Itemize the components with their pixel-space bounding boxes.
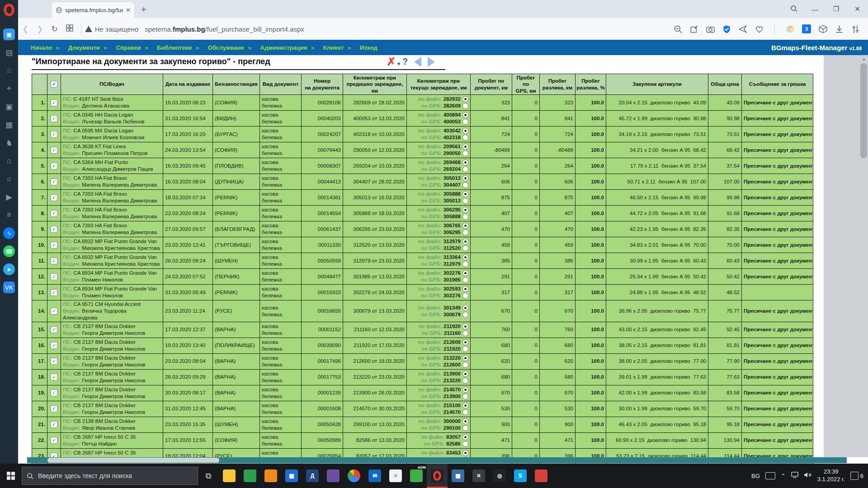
radio-unselected[interactable] — [462, 245, 468, 251]
radio-unselected[interactable] — [462, 150, 468, 156]
reload-icon[interactable]: ↻ — [52, 24, 58, 34]
next-page-icon[interactable] — [428, 57, 435, 67]
menu-item-2[interactable]: Документи — [64, 44, 104, 51]
row-checkbox[interactable]: ✓ — [51, 258, 57, 264]
row-checkbox[interactable]: ✓ — [51, 308, 57, 314]
select-all-checkbox[interactable]: ✓ — [51, 81, 57, 88]
pin-edit-icon[interactable] — [689, 24, 698, 33]
radio-selected[interactable] — [462, 144, 468, 150]
row-checkbox[interactable]: ✓ — [51, 147, 57, 154]
radio-selected[interactable] — [462, 403, 468, 408]
whatsapp-icon[interactable]: ☎ — [3, 245, 15, 257]
horizontal-scroll-thumb[interactable] — [47, 458, 219, 463]
menu-item-4[interactable]: Библиотеки — [152, 44, 196, 51]
radio-unselected[interactable] — [462, 135, 468, 141]
vertical-scroll-thumb[interactable] — [860, 63, 867, 158]
file-explorer-icon[interactable] — [219, 464, 240, 488]
row-checkbox[interactable]: ✓ — [51, 405, 57, 412]
radio-unselected[interactable] — [462, 103, 468, 109]
home-icon[interactable]: ⌂ — [3, 155, 15, 167]
radio-selected[interactable] — [462, 305, 468, 311]
workspace-icon[interactable]: ▣ — [3, 28, 15, 40]
shield-check-icon[interactable] — [722, 24, 731, 33]
browser-tab[interactable]: spetema.fmplus.bg/fuel_pu ✕ — [52, 2, 134, 18]
chess-icon[interactable]: ♞ — [3, 137, 15, 149]
menu-item-5[interactable]: Обслужване — [203, 44, 249, 51]
messenger-icon[interactable]: ϟ — [3, 227, 15, 239]
row-checkbox[interactable]: ✓ — [51, 242, 57, 249]
radio-selected[interactable] — [462, 96, 468, 102]
radio-selected[interactable] — [462, 112, 468, 118]
radio-unselected[interactable] — [462, 277, 468, 283]
radio-unselected[interactable] — [462, 425, 468, 431]
bookmarks-star-icon[interactable]: ☆ — [3, 65, 15, 76]
radio-unselected[interactable] — [462, 230, 468, 235]
notepad-icon[interactable]: ≡ — [385, 464, 406, 488]
row-checkbox[interactable]: ✓ — [51, 131, 57, 138]
radio-selected[interactable] — [462, 175, 468, 181]
row-checkbox[interactable]: ✓ — [51, 115, 57, 122]
url-text[interactable]: spetema.fmplus.bg/fuel_purchase_bill_imp… — [145, 25, 304, 33]
radio-unselected[interactable] — [462, 119, 468, 125]
radio-unselected[interactable] — [462, 330, 468, 336]
radio-selected[interactable] — [462, 223, 468, 229]
window-search-icon[interactable] — [783, 5, 804, 14]
scroll-up-arrow-icon[interactable]: ▲ — [862, 56, 866, 61]
task-view-button[interactable]: ⧉ — [198, 471, 219, 481]
taskbar-search-box[interactable]: Введите здесь текст для поиска — [22, 467, 198, 485]
row-checkbox[interactable]: ✓ — [51, 210, 57, 217]
radio-selected[interactable] — [462, 371, 468, 377]
radio-selected[interactable] — [462, 339, 468, 345]
list-icon[interactable]: ≡ — [3, 209, 15, 221]
horizontal-scrollbar[interactable] — [27, 457, 847, 463]
row-checkbox[interactable]: ✓ — [51, 326, 57, 333]
opera-logo-icon[interactable] — [4, 4, 14, 16]
row-checkbox[interactable]: ✓ — [51, 273, 57, 280]
adm-app-icon[interactable]: ADM — [406, 464, 427, 488]
speed-dial-icon[interactable] — [66, 24, 73, 34]
radio-selected[interactable] — [462, 418, 468, 424]
keyboard-icon[interactable] — [765, 472, 775, 479]
skype-icon[interactable]: S — [510, 464, 531, 488]
radio-selected[interactable] — [462, 160, 468, 165]
radio-selected[interactable] — [462, 207, 468, 213]
radio-unselected[interactable] — [462, 214, 468, 220]
close-red-x-icon[interactable]: ✗ — [387, 56, 396, 67]
radio-unselected[interactable] — [462, 261, 468, 267]
taskbar-clock[interactable]: 23:39 3.1.2022 г. — [817, 468, 845, 483]
row-checkbox[interactable]: ✓ — [51, 358, 57, 365]
extension-cube-icon[interactable] — [786, 24, 795, 33]
network-icon[interactable] — [791, 472, 798, 480]
radio-unselected[interactable] — [462, 362, 468, 368]
telegram-icon[interactable]: ➤ — [3, 263, 15, 275]
row-checkbox[interactable]: ✓ — [51, 194, 57, 201]
radio-unselected[interactable] — [462, 409, 468, 415]
radio-unselected[interactable] — [462, 166, 468, 172]
radio-selected[interactable] — [462, 450, 468, 456]
radio-unselected[interactable] — [462, 182, 468, 188]
notification-center[interactable]: 6 — [850, 472, 863, 480]
radio-selected[interactable] — [462, 387, 468, 393]
radio-unselected[interactable] — [462, 378, 468, 384]
green-app-icon[interactable] — [240, 464, 260, 488]
car-icon[interactable]: ▣ — [3, 101, 15, 113]
menu-item-8[interactable]: Изход — [355, 44, 382, 51]
radio-selected[interactable] — [462, 286, 468, 292]
row-checkbox[interactable]: ✓ — [51, 374, 57, 380]
row-checkbox[interactable]: ✓ — [51, 163, 57, 169]
row-checkbox[interactable]: ✓ — [51, 421, 57, 428]
back-icon[interactable]: ❮ — [22, 24, 28, 34]
menu-item-3[interactable]: Справки — [112, 44, 146, 51]
row-checkbox[interactable]: ✓ — [51, 342, 57, 349]
menu-item-7[interactable]: Клиент — [319, 44, 349, 51]
window-close-icon[interactable]: ✕ — [847, 5, 868, 13]
start-button[interactable] — [0, 464, 22, 488]
language-indicator[interactable]: BG — [751, 473, 760, 479]
spreadsheet-app-icon[interactable]: ▦ — [281, 464, 302, 488]
radio-unselected[interactable] — [462, 346, 468, 352]
radio-selected[interactable] — [462, 434, 468, 440]
download-icon[interactable] — [835, 24, 844, 33]
security-chip[interactable]: Не защищено — [85, 25, 138, 33]
orange-app-icon[interactable] — [260, 464, 281, 488]
outlook-icon[interactable]: ✉ — [364, 464, 385, 488]
